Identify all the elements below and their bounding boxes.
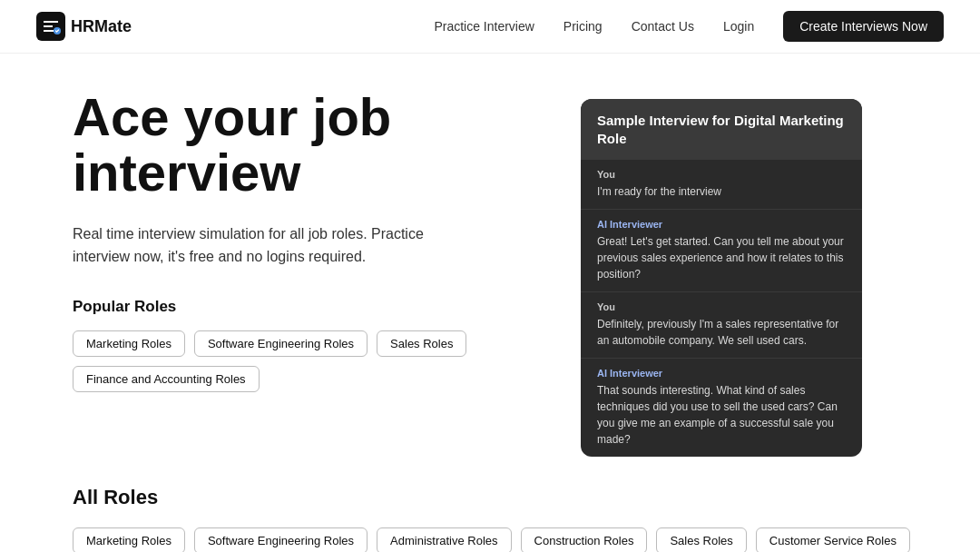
tag-all-sales-roles[interactable]: Sales Roles <box>656 527 746 552</box>
chat-sender-3: You <box>597 301 846 312</box>
chat-message-4: AI Interviewer That sounds interesting. … <box>581 359 862 457</box>
tag-marketing-roles[interactable]: Marketing Roles <box>73 330 185 357</box>
chat-body: You I'm ready for the interview AI Inter… <box>581 160 862 457</box>
chat-text-4: That sounds interesting. What kind of sa… <box>597 382 846 448</box>
all-roles-section: All Roles Marketing Roles Software Engin… <box>0 457 980 552</box>
nav-pricing[interactable]: Pricing <box>564 19 603 34</box>
logo[interactable]: HRMate <box>36 12 132 41</box>
chat-text-1: I'm ready for the interview <box>597 183 846 200</box>
all-roles-title: All Roles <box>73 486 944 509</box>
chat-sender-2: AI Interviewer <box>597 219 846 230</box>
interview-card: Sample Interview for Digital Marketing R… <box>581 99 862 457</box>
logo-icon <box>36 12 65 41</box>
popular-tags-row: Marketing Roles Software Engineering Rol… <box>73 330 544 357</box>
popular-tags-row-2: Finance and Accounting Roles <box>73 366 544 392</box>
all-roles-row-1: Marketing Roles Software Engineering Rol… <box>73 527 944 552</box>
right-panel: Sample Interview for Digital Marketing R… <box>581 99 862 457</box>
tag-sales-roles[interactable]: Sales Roles <box>377 330 466 357</box>
tag-all-construction-roles[interactable]: Construction Roles <box>521 527 648 552</box>
create-interviews-button[interactable]: Create Interviews Now <box>783 11 944 42</box>
chat-sender-1: You <box>597 169 846 180</box>
main-content: Ace your job interview Real time intervi… <box>0 54 980 457</box>
chat-sender-4: AI Interviewer <box>597 368 846 379</box>
chat-text-2: Great! Let's get started. Can you tell m… <box>597 233 846 282</box>
nav-links: Practice Interview Pricing Contact Us Lo… <box>434 11 944 42</box>
tag-all-software-engineering-roles[interactable]: Software Engineering Roles <box>194 527 368 552</box>
tag-software-engineering-roles[interactable]: Software Engineering Roles <box>194 330 368 357</box>
chat-message-2: AI Interviewer Great! Let's get started.… <box>581 210 862 292</box>
nav-contact-us[interactable]: Contact Us <box>632 19 694 34</box>
tag-finance-accounting-roles[interactable]: Finance and Accounting Roles <box>73 366 260 392</box>
nav-practice-interview[interactable]: Practice Interview <box>434 19 534 34</box>
hero-title: Ace your job interview <box>73 90 544 201</box>
chat-message-1: You I'm ready for the interview <box>581 160 862 210</box>
card-header-title: Sample Interview for Digital Marketing R… <box>597 112 846 147</box>
tag-all-administrative-roles[interactable]: Administrative Roles <box>377 527 512 552</box>
chat-text-3: Definitely, previously I'm a sales repre… <box>597 316 846 349</box>
logo-text: HRMate <box>71 17 132 36</box>
tag-all-customer-service-roles[interactable]: Customer Service Roles <box>756 527 910 552</box>
left-panel: Ace your job interview Real time intervi… <box>73 90 544 457</box>
popular-roles-label: Popular Roles <box>73 298 544 316</box>
nav-login[interactable]: Login <box>723 19 754 34</box>
navbar: HRMate Practice Interview Pricing Contac… <box>0 0 980 54</box>
card-header: Sample Interview for Digital Marketing R… <box>581 99 862 160</box>
chat-message-3: You Definitely, previously I'm a sales r… <box>581 292 862 359</box>
hero-subtitle: Real time interview simulation for all j… <box>73 222 454 269</box>
tag-all-marketing-roles[interactable]: Marketing Roles <box>73 527 185 552</box>
